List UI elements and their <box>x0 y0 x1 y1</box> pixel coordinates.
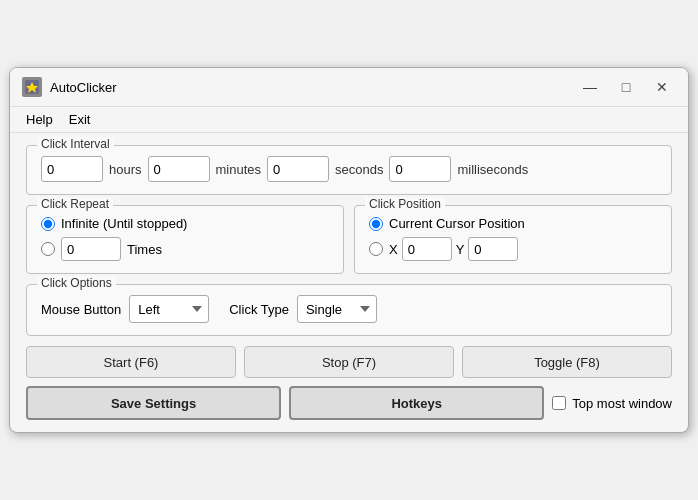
coords-radio[interactable] <box>369 242 383 256</box>
click-repeat-section: Click Repeat Infinite (Until stopped) Ti… <box>26 205 344 274</box>
x-input[interactable] <box>402 237 452 261</box>
cursor-label: Current Cursor Position <box>389 216 525 231</box>
milliseconds-unit: milliseconds <box>457 162 528 177</box>
close-button[interactable]: ✕ <box>648 76 676 98</box>
click-type-group: Click Type Single Double <box>229 295 377 323</box>
bottom-row: Save Settings Hotkeys Top most window <box>26 386 672 420</box>
start-button[interactable]: Start (F6) <box>26 346 236 378</box>
infinite-radio[interactable] <box>41 217 55 231</box>
menu-exit[interactable]: Exit <box>61 109 99 130</box>
times-input[interactable] <box>61 237 121 261</box>
click-position-label: Click Position <box>365 197 445 211</box>
top-most-checkbox[interactable] <box>552 396 566 410</box>
minimize-button[interactable]: — <box>576 76 604 98</box>
save-settings-button[interactable]: Save Settings <box>26 386 281 420</box>
window-title: AutoClicker <box>50 80 576 95</box>
cursor-radio-row: Current Cursor Position <box>369 216 657 231</box>
seconds-input[interactable] <box>267 156 329 182</box>
minutes-unit: minutes <box>216 162 262 177</box>
window-controls: — □ ✕ <box>576 76 676 98</box>
milliseconds-input[interactable] <box>389 156 451 182</box>
coords-radio-row: X Y <box>369 237 657 261</box>
infinite-radio-row: Infinite (Until stopped) <box>41 216 329 231</box>
click-options-section: Click Options Mouse Button Left Right Mi… <box>26 284 672 336</box>
click-repeat-label: Click Repeat <box>37 197 113 211</box>
times-label: Times <box>127 242 162 257</box>
top-most-text: Top most window <box>572 396 672 411</box>
times-radio-row: Times <box>41 237 329 261</box>
toggle-button[interactable]: Toggle (F8) <box>462 346 672 378</box>
seconds-unit: seconds <box>335 162 383 177</box>
hours-input[interactable] <box>41 156 103 182</box>
x-label: X <box>389 242 398 257</box>
click-options-label: Click Options <box>37 276 116 290</box>
interval-row: hours minutes seconds milliseconds <box>41 156 657 182</box>
coord-group: X Y <box>389 237 518 261</box>
click-interval-section: Click Interval hours minutes seconds mil… <box>26 145 672 195</box>
hours-unit: hours <box>109 162 142 177</box>
options-row: Mouse Button Left Right Middle Click Typ… <box>41 295 657 323</box>
hotkeys-button[interactable]: Hotkeys <box>289 386 544 420</box>
minutes-input[interactable] <box>148 156 210 182</box>
mouse-button-group: Mouse Button Left Right Middle <box>41 295 209 323</box>
times-radio[interactable] <box>41 242 55 256</box>
title-bar: AutoClicker — □ ✕ <box>10 68 688 107</box>
y-label: Y <box>456 242 465 257</box>
infinite-label: Infinite (Until stopped) <box>61 216 187 231</box>
menu-help[interactable]: Help <box>18 109 61 130</box>
click-type-select[interactable]: Single Double <box>297 295 377 323</box>
repeat-position-row: Click Repeat Infinite (Until stopped) Ti… <box>26 205 672 274</box>
mouse-button-label: Mouse Button <box>41 302 121 317</box>
top-most-label[interactable]: Top most window <box>552 396 672 411</box>
main-window: AutoClicker — □ ✕ Help Exit Click Interv… <box>9 67 689 433</box>
main-content: Click Interval hours minutes seconds mil… <box>10 133 688 432</box>
action-buttons-row: Start (F6) Stop (F7) Toggle (F8) <box>26 346 672 378</box>
y-input[interactable] <box>468 237 518 261</box>
maximize-button[interactable]: □ <box>612 76 640 98</box>
menu-bar: Help Exit <box>10 107 688 133</box>
app-icon <box>22 77 42 97</box>
mouse-button-select[interactable]: Left Right Middle <box>129 295 209 323</box>
click-interval-label: Click Interval <box>37 137 114 151</box>
click-type-label: Click Type <box>229 302 289 317</box>
click-position-section: Click Position Current Cursor Position X… <box>354 205 672 274</box>
stop-button[interactable]: Stop (F7) <box>244 346 454 378</box>
cursor-radio[interactable] <box>369 217 383 231</box>
